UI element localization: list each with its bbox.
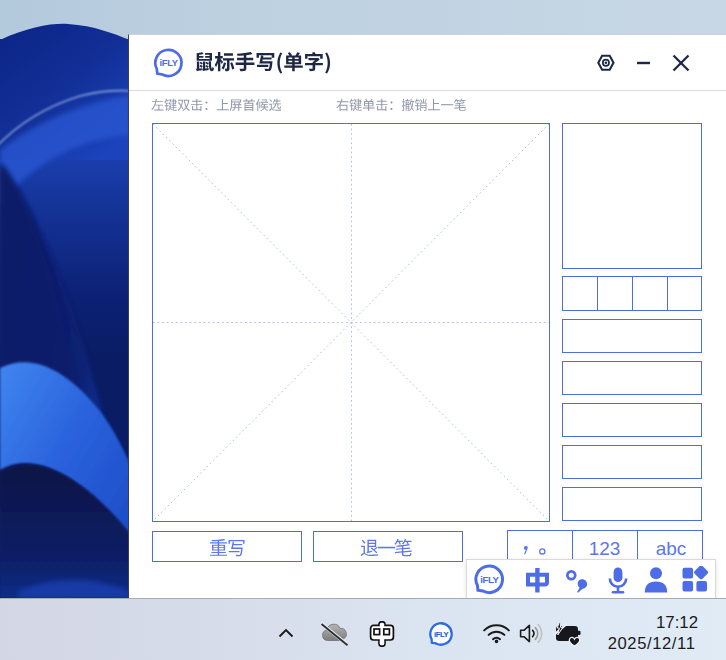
- svg-text:iFLY: iFLY: [434, 630, 449, 639]
- svg-text:iFLY: iFLY: [159, 57, 178, 68]
- svg-text:17:12: 17:12: [656, 613, 698, 632]
- svg-text:iFLY: iFLY: [480, 574, 499, 585]
- svg-text:123: 123: [589, 538, 621, 559]
- svg-text:abc: abc: [656, 538, 687, 559]
- svg-text:2025/12/11: 2025/12/11: [608, 634, 696, 653]
